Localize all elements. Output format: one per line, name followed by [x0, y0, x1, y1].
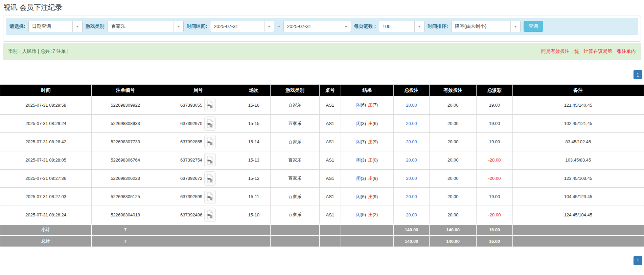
- cell-table-number: AS1: [319, 206, 341, 224]
- cell-round-number: 637392754: [159, 151, 237, 169]
- column-header: 总派彩: [477, 85, 513, 96]
- result-player-label: 闲: [356, 102, 361, 107]
- result-banker-label: 庄: [368, 176, 372, 181]
- cell-payout: -20.00: [477, 151, 513, 169]
- date-range-label: 时间区间:: [187, 23, 207, 29]
- round-number: 637392496: [180, 212, 202, 217]
- result-banker-label: 庄: [368, 139, 372, 144]
- cell-session: 15-10: [237, 206, 271, 224]
- video-file-icon: [207, 192, 213, 201]
- total-bet-link[interactable]: 20.00: [406, 121, 417, 126]
- column-header: 备注: [512, 85, 644, 96]
- video-replay-button[interactable]: [204, 208, 216, 222]
- cell-time: 2025-07-31 08:29:24: [0, 114, 92, 133]
- cell-total-bet: 20.00: [393, 169, 430, 188]
- result-player-label: 闲: [356, 121, 361, 126]
- column-header: 桌号: [319, 85, 341, 96]
- cell-payout: -20.00: [477, 206, 513, 224]
- column-header: 总投注: [393, 85, 430, 96]
- cell-time: 2025-07-31 08:29:58: [0, 96, 92, 114]
- page-1-button[interactable]: 1: [634, 256, 642, 265]
- video-replay-button[interactable]: [204, 153, 216, 167]
- table-row: 2025-07-31 08:26:24 522698304018 6373924…: [0, 206, 644, 224]
- video-replay-button[interactable]: [204, 135, 216, 149]
- total-bet-link[interactable]: 20.00: [406, 103, 417, 108]
- cell-result: 闲(7)庄(9): [341, 133, 393, 151]
- date-from-select[interactable]: 2025-07-31: [210, 21, 274, 32]
- cell-valid-bet: 140.00: [430, 224, 477, 235]
- date-range-separator: ~: [277, 24, 280, 29]
- cell-note: [512, 235, 644, 247]
- cell-bet-number: 522698306764: [92, 151, 159, 169]
- cell-bet-number: 522698309922: [92, 96, 159, 114]
- pagination-bottom: 1: [0, 256, 642, 265]
- cell-label: 小计: [0, 224, 92, 235]
- round-number: 637393055: [180, 103, 202, 108]
- cell-total-bet: 140.00: [393, 235, 430, 247]
- video-replay-button[interactable]: [204, 117, 216, 131]
- video-replay-button[interactable]: [204, 171, 216, 186]
- cell-payout: 16.00: [477, 235, 513, 247]
- game-type-select[interactable]: 百家乐: [108, 21, 184, 32]
- cell-game-type: 百家乐: [271, 188, 320, 206]
- cell-valid-bet: 20.00: [430, 188, 477, 206]
- date-to-select[interactable]: 2025-07-31: [283, 21, 351, 32]
- summary-bar: 币别：人民币 | 总共 :7 注单 | 同局有效投注，统一计算在该局第一张注单内: [3, 43, 641, 60]
- cell-result: [341, 235, 393, 247]
- result-banker-value: (0): [372, 157, 378, 163]
- result-banker-label: 庄: [368, 212, 372, 217]
- cell-payout: 19.00: [477, 188, 513, 206]
- date-from-value: 2025-07-31: [210, 21, 264, 32]
- cell-note: 104.45/123.45: [512, 188, 644, 206]
- cell-table-number: [319, 235, 341, 247]
- cell-note: 121.45/140.45: [512, 96, 644, 114]
- game-type-value: 百家乐: [108, 21, 174, 32]
- page-size-select[interactable]: 100: [379, 21, 424, 32]
- result-player-label: 闲: [356, 176, 361, 181]
- round-number: 637392970: [180, 121, 202, 126]
- total-bet-link[interactable]: 20.00: [406, 157, 417, 163]
- video-replay-button[interactable]: [204, 98, 216, 112]
- cell-bet-number: 522698307733: [92, 133, 159, 151]
- video-replay-button[interactable]: [204, 190, 216, 204]
- cell-table-number: AS1: [319, 169, 341, 188]
- cell-round-number: 637392855: [159, 133, 237, 151]
- cell-session: [237, 235, 271, 247]
- cell-session: 15-15: [237, 114, 271, 133]
- query-type-select[interactable]: 日期查询: [28, 21, 83, 32]
- time-sort-select[interactable]: 降幂(由大到小): [451, 21, 521, 32]
- cell-session: 15-11: [237, 188, 271, 206]
- column-header: 局号: [159, 85, 237, 96]
- cell-total-bet: 20.00: [393, 188, 430, 206]
- table-row: 2025-07-31 08:28:42 522698307733 6373928…: [0, 133, 644, 151]
- search-button[interactable]: 查询: [524, 21, 543, 32]
- total-bet-link[interactable]: 20.00: [406, 212, 417, 217]
- cell-round-number: 637392599: [159, 188, 237, 206]
- cell-game-type: 百家乐: [271, 96, 320, 114]
- column-header: 游戏类别: [271, 85, 320, 96]
- total-bet-link[interactable]: 20.00: [406, 194, 417, 199]
- table-row: 2025-07-31 08:28:05 522698306764 6373927…: [0, 151, 644, 169]
- result-banker-value: (6): [372, 121, 378, 126]
- total-bet-link[interactable]: 20.00: [406, 139, 417, 144]
- cell-count: 7: [92, 235, 159, 247]
- column-header: 场次: [237, 85, 271, 96]
- result-player-value: (3): [361, 157, 366, 163]
- result-banker-value: (9): [372, 139, 378, 144]
- cell-bet-number: 522698306023: [92, 169, 159, 188]
- time-sort-value: 降幂(由大到小): [452, 21, 510, 32]
- cell-time: 2025-07-31 08:28:05: [0, 151, 92, 169]
- query-type-label: 请选择:: [9, 23, 25, 29]
- cell-label: 总计: [0, 235, 92, 247]
- cell-round-number: 637393055: [159, 96, 237, 114]
- cell-count: 7: [92, 224, 159, 235]
- cell-round-number: 637392496: [159, 206, 237, 224]
- page-1-button[interactable]: 1: [634, 70, 642, 79]
- filter-panel: 请选择: 日期查询 游戏类别 百家乐 时间区间: 2025-07-31 ~ 20…: [3, 16, 641, 42]
- result-player-value: (7): [361, 139, 366, 144]
- time-sort-label: 时间排序:: [428, 23, 448, 29]
- round-number: 637392599: [180, 194, 202, 199]
- cell-result: 闲(3)庄(9): [341, 169, 393, 188]
- cell-round-number: [159, 235, 237, 247]
- total-bet-link[interactable]: 20.00: [406, 176, 417, 181]
